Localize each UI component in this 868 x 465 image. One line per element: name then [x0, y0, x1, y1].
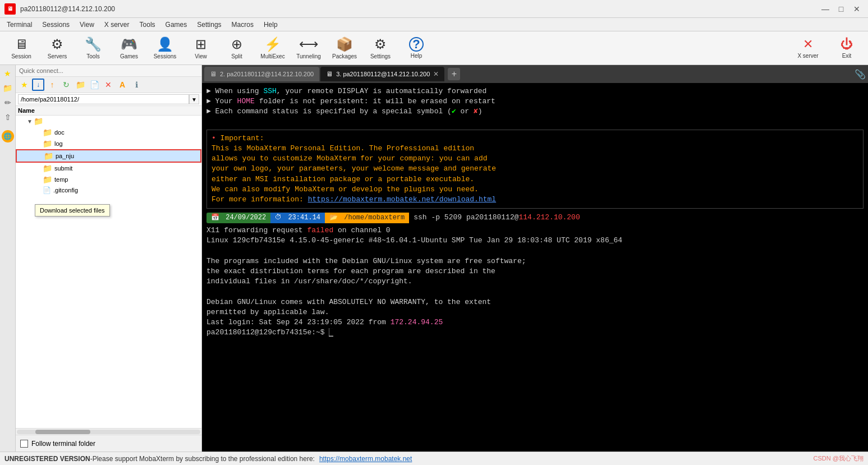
menu-macros[interactable]: Macros — [227, 20, 258, 30]
path-input[interactable] — [18, 94, 189, 104]
maximize-button[interactable]: □ — [834, 2, 848, 16]
paperclip-icon[interactable]: 📎 — [855, 69, 866, 80]
list-item[interactable]: 📁 doc — [16, 127, 201, 138]
status-text: Please support MobaXterm by subscribing … — [93, 455, 315, 463]
status-link[interactable]: https://mobaxterm.mobatek.net — [319, 455, 412, 463]
packages-label: Packages — [332, 53, 357, 59]
info-line-5: We can also modify MobaXterm or develop … — [212, 185, 858, 195]
menu-bar: Terminal Sessions View X server Tools Ga… — [0, 18, 868, 31]
view-label: View — [195, 53, 207, 59]
prompt-path-text: /home/mobaxterm — [344, 214, 405, 222]
sidebar-globe-icon[interactable]: 🌐 — [2, 130, 14, 142]
path-dropdown-btn[interactable]: ▼ — [189, 94, 199, 104]
menu-tools[interactable]: Tools — [135, 20, 160, 30]
follow-terminal-checkbox[interactable] — [20, 440, 28, 448]
fb-delete-btn[interactable]: ✕ — [102, 79, 114, 91]
servers-label: Servers — [48, 53, 67, 59]
menu-xserver[interactable]: X server — [100, 20, 134, 30]
tab-3-close[interactable]: ✕ — [433, 70, 439, 78]
session-line-lastlogin: Last login: Sat Sep 24 23:19:05 2022 fro… — [206, 317, 864, 328]
title-bar: 🖥 pa201180112@114.212.10.200 — □ ✕ — [0, 0, 868, 18]
session-icon: 🖥 — [15, 36, 28, 52]
terminal-content: ► When using SSH, your remote DISPLAY is… — [202, 83, 868, 452]
session-line-permitted: permitted by applicable law. — [206, 307, 864, 317]
toolbar-servers[interactable]: ⚙ Servers — [40, 34, 74, 63]
toolbar-view[interactable]: ⊞ View — [184, 34, 218, 63]
toolbar-tunneling[interactable]: ⟷ Tunneling — [292, 34, 325, 63]
session-line-programs: The programs included with the Debian GN… — [206, 256, 864, 266]
sidebar-icon-2[interactable]: 📁 — [2, 82, 14, 94]
exit-label: Exit — [842, 53, 852, 59]
download-tooltip: Download selected files — [35, 204, 110, 217]
menu-help[interactable]: Help — [259, 20, 282, 30]
tree-item-log: log — [54, 140, 63, 147]
linux-line: Linux 129cfb74315e 4.15.0-45-generic #48… — [206, 236, 622, 245]
minimize-button[interactable]: — — [819, 2, 832, 16]
watermark: CSDN @我心飞翔 — [814, 454, 864, 463]
status-bar: UNREGISTERED VERSION - Please support Mo… — [0, 452, 868, 465]
fb-download-btn[interactable]: ↓ — [32, 79, 44, 91]
packages-icon: 📦 — [336, 36, 353, 52]
fb-info-btn[interactable]: ℹ — [130, 79, 143, 91]
calendar-icon: 📅 — [211, 214, 219, 222]
info-line-2: allows you to customize MobaXterm for yo… — [212, 154, 858, 164]
info-link[interactable]: https://mobaxterm.mobatek.net/download.h… — [308, 195, 496, 204]
tab-3[interactable]: 🖥 3. pa201180112@114.212.10.200 ✕ — [320, 67, 444, 81]
follow-terminal-label: Follow terminal folder — [31, 440, 95, 448]
list-item[interactable]: 📄 .gitconfig — [16, 185, 201, 195]
sidebar-icon-3[interactable]: ✏ — [2, 96, 14, 109]
prompt-ip: 114.212.10.200 — [519, 213, 580, 222]
prompt-cmd: ssh -p 5209 pa201180112@114.212.10.200 — [409, 212, 584, 223]
list-item[interactable]: 📁 log — [16, 138, 201, 149]
fb-refresh-btn[interactable]: ↻ — [60, 79, 72, 91]
settings-icon: ⚙ — [374, 36, 387, 52]
toolbar-sessions[interactable]: 👤 Sessions — [148, 34, 182, 63]
tab-add-btn[interactable]: + — [448, 68, 460, 80]
sidebar-icon-1[interactable]: ★ — [2, 67, 14, 80]
horizontal-scrollbar[interactable] — [16, 428, 201, 435]
fb-new-folder-btn[interactable]: 📁 — [74, 79, 86, 91]
tree-header-name: Name — [18, 107, 35, 114]
fb-rename-btn[interactable]: A — [116, 79, 128, 91]
term-line-2: ► Your HOME folder is not persistent: it… — [206, 96, 864, 107]
toolbar-multiexec[interactable]: ⚡ MultiExec — [256, 34, 290, 63]
sidebar-icon-4[interactable]: ⇧ — [2, 111, 14, 123]
prompt-time: ⏱ 23:41.14 — [270, 213, 325, 223]
list-item[interactable]: 📁 pa_nju — [16, 149, 201, 163]
toolbar-split[interactable]: ⊕ Split — [220, 34, 254, 63]
tab-2[interactable]: 🖥 2. pa201180112@114.212.10.200 — [204, 67, 319, 81]
help-label: Help — [411, 53, 422, 59]
menu-view[interactable]: View — [75, 20, 99, 30]
toolbar-session[interactable]: 🖥 Session — [4, 34, 38, 63]
tooltip-text: Download selected files — [40, 207, 105, 214]
tab-bar: 🖥 2. pa201180112@114.212.10.200 🖥 3. pa2… — [202, 65, 868, 83]
toolbar-settings[interactable]: ⚙ Settings — [364, 34, 397, 63]
toolbar-tools[interactable]: 🔧 Tools — [76, 34, 110, 63]
title-bar-controls: — □ ✕ — [819, 2, 864, 16]
menu-settings[interactable]: Settings — [192, 20, 226, 30]
list-item[interactable]: 📁 submit — [16, 163, 201, 174]
menu-games[interactable]: Games — [161, 20, 192, 30]
sidebar-icon-5-container: 🌐 — [2, 130, 14, 142]
view-icon: ⊞ — [195, 36, 206, 52]
split-icon: ⊕ — [231, 36, 242, 52]
file-browser: ★ 📁 ✏ ⇧ 🌐 Quick connect... ★ ↓ ↑ ↻ 📁 📄 ✕ — [0, 65, 202, 452]
toolbar-xserver[interactable]: ✕ X server — [788, 34, 828, 63]
menu-sessions[interactable]: Sessions — [38, 20, 74, 30]
menu-terminal[interactable]: Terminal — [2, 20, 36, 30]
fb-star-btn[interactable]: ★ — [18, 79, 30, 91]
final-prompt: pa201180112@129cfb74315e:~$ — [206, 328, 325, 337]
toolbar-right: ✕ X server ⏻ Exit — [788, 34, 864, 63]
session-line-terms: the exact distribution terms for each pr… — [206, 266, 864, 277]
toolbar-games[interactable]: 🎮 Games — [112, 34, 146, 63]
toolbar-help[interactable]: ? Help — [399, 34, 433, 63]
list-item[interactable]: 📁 temp — [16, 174, 201, 185]
close-button[interactable]: ✕ — [850, 2, 864, 16]
fb-upload-btn[interactable]: ↑ — [46, 79, 58, 91]
multiexec-label: MultiExec — [260, 53, 284, 59]
fb-new-file-btn[interactable]: 📄 — [88, 79, 100, 91]
toolbar-exit[interactable]: ⏻ Exit — [830, 34, 864, 63]
tree-root[interactable]: ▼ 📁 — [16, 116, 201, 127]
folder-icon-log: 📁 — [43, 139, 52, 148]
toolbar-packages[interactable]: 📦 Packages — [328, 34, 361, 63]
